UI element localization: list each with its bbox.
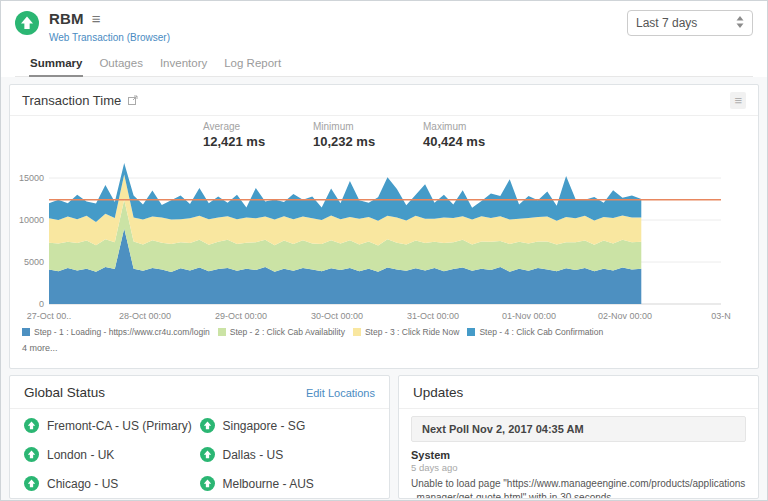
tab-bar: Summary Outages Inventory Log Report [15, 54, 753, 77]
legend-label: Step - 2 : Click Cab Availability [230, 327, 345, 337]
svg-text:27-Oct 00..: 27-Oct 00.. [27, 311, 72, 321]
stat-minimum: Minimum 10,232 ms [313, 121, 423, 149]
svg-text:02-Nov 00:00: 02-Nov 00:00 [598, 311, 652, 321]
popout-icon[interactable] [128, 91, 138, 109]
legend-item[interactable]: Step - 4 : Click Cab Confirmation [467, 327, 603, 337]
location-item[interactable]: Dallas - US [200, 447, 376, 462]
panel-updates: Updates Next Poll Nov 2, 2017 04:35 AM S… [398, 375, 759, 499]
monitor-type-link[interactable]: Web Transaction (Browser) [49, 32, 170, 43]
svg-text:28-Oct 00:00: 28-Oct 00:00 [119, 311, 171, 321]
svg-text:29-Oct 00:00: 29-Oct 00:00 [215, 311, 267, 321]
legend-item[interactable]: Step - 2 : Click Cab Availability [218, 327, 345, 337]
location-item[interactable]: Fremont-CA - US (Primary) [24, 418, 200, 433]
edit-locations-link[interactable]: Edit Locations [306, 387, 375, 399]
legend-item[interactable]: Step - 3 : Click Ride Now [353, 327, 459, 337]
status-up-icon [200, 476, 215, 491]
status-up-icon [200, 447, 215, 462]
update-message: Unable to load page "https://www.managee… [411, 477, 746, 499]
location-label: Fremont-CA - US (Primary) [47, 419, 192, 433]
location-label: Chicago - US [47, 477, 118, 491]
content-area: Transaction Time ≡ Average 12,421 ms Min… [1, 77, 767, 501]
location-item[interactable]: Chicago - US [24, 476, 200, 491]
svg-text:01-Nov 00:00: 01-Nov 00:00 [502, 311, 556, 321]
location-label: Singapore - SG [223, 419, 306, 433]
svg-text:30-Oct 00:00: 30-Oct 00:00 [311, 311, 363, 321]
stat-average: Average 12,421 ms [203, 121, 313, 149]
status-up-icon [24, 418, 39, 433]
legend-item[interactable]: Step - 1 : Loading - https://www.cr4u.co… [22, 327, 210, 337]
transaction-chart[interactable]: 05000100001500027-Oct 00..28-Oct 00:0029… [16, 149, 752, 327]
location-item[interactable]: Singapore - SG [200, 418, 376, 433]
legend-swatch-icon [218, 328, 226, 336]
location-item[interactable]: Melbourne - AUS [200, 476, 376, 491]
location-label: Dallas - US [223, 448, 284, 462]
transaction-panel-title: Transaction Time [22, 93, 121, 108]
tab-outages[interactable]: Outages [98, 54, 143, 76]
legend-label: Step - 1 : Loading - https://www.cr4u.co… [34, 327, 210, 337]
legend-swatch-icon [353, 328, 361, 336]
transaction-chart-svg: 05000100001500027-Oct 00..28-Oct 00:0029… [16, 149, 744, 327]
update-source: System [411, 449, 746, 461]
svg-text:31-Oct 00:00: 31-Oct 00:00 [407, 311, 459, 321]
status-up-icon [24, 476, 39, 491]
legend-more-link[interactable]: 4 more... [10, 341, 70, 359]
tab-summary[interactable]: Summary [29, 54, 83, 77]
app-window: RBM ≡ Web Transaction (Browser) Last 7 d… [0, 0, 768, 501]
stat-maximum: Maximum 40,424 ms [423, 121, 533, 149]
legend-swatch-icon [22, 328, 30, 336]
status-up-icon [24, 447, 39, 462]
svg-text:0: 0 [39, 299, 44, 309]
legend-swatch-icon [467, 328, 475, 336]
global-status-title: Global Status [24, 385, 105, 400]
monitor-status-up-icon [15, 11, 39, 39]
location-label: London - UK [47, 448, 114, 462]
update-time: 5 days ago [411, 462, 746, 473]
legend-label: Step - 4 : Click Cab Confirmation [479, 327, 603, 337]
panel-menu-icon[interactable]: ≡ [730, 92, 746, 109]
chart-legend: Step - 1 : Loading - https://www.cr4u.co… [10, 327, 758, 337]
svg-text:10000: 10000 [19, 215, 44, 225]
page-title: RBM [49, 10, 84, 27]
svg-text:03-N: 03-N [711, 311, 731, 321]
locations-grid: Fremont-CA - US (Primary)Singapore - SGL… [10, 409, 389, 491]
updates-title: Updates [413, 385, 463, 400]
tab-log-report[interactable]: Log Report [223, 54, 282, 76]
location-item[interactable]: London - UK [24, 447, 200, 462]
location-label: Melbourne - AUS [223, 477, 314, 491]
svg-text:5000: 5000 [24, 257, 44, 267]
status-up-icon [200, 418, 215, 433]
page-header: RBM ≡ Web Transaction (Browser) Last 7 d… [1, 1, 767, 77]
title-menu-icon[interactable]: ≡ [92, 11, 101, 26]
next-poll-box: Next Poll Nov 2, 2017 04:35 AM [411, 416, 746, 442]
tab-inventory[interactable]: Inventory [159, 54, 208, 76]
panel-global-status: Global Status Edit Locations Fremont-CA … [9, 375, 390, 499]
time-range-select[interactable]: Last 7 days [627, 10, 753, 36]
time-range-value: Last 7 days [636, 16, 736, 30]
stats-row: Average 12,421 ms Minimum 10,232 ms Maxi… [10, 116, 758, 149]
legend-label: Step - 3 : Click Ride Now [365, 327, 459, 337]
svg-text:15000: 15000 [19, 173, 44, 183]
panel-transaction-time: Transaction Time ≡ Average 12,421 ms Min… [9, 84, 759, 369]
select-arrows-icon [736, 16, 744, 31]
